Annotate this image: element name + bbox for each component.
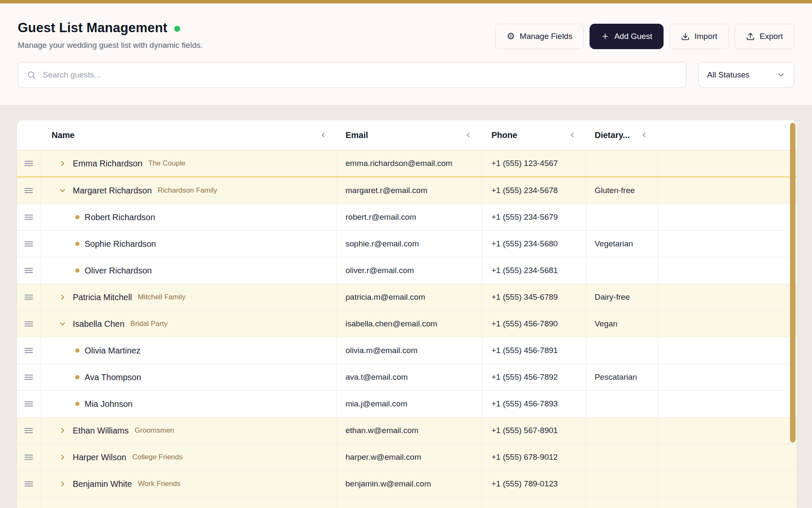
guest-group-label: Groomsmen (134, 426, 174, 435)
dietary-cell: Pescatarian (586, 364, 658, 390)
search-box (18, 62, 686, 88)
scrollbar-thumb[interactable] (790, 123, 796, 442)
expand-row-icon[interactable] (58, 159, 67, 168)
collapse-row-icon[interactable] (58, 186, 67, 195)
collapse-column-icon[interactable] (640, 131, 648, 139)
title-block: Guest List Management Manage your weddin… (18, 20, 203, 50)
spacer-cell (658, 364, 797, 390)
search-input[interactable] (42, 70, 678, 80)
dietary-cell (586, 204, 658, 230)
guest-dietary: Dairy-free (595, 293, 630, 302)
name-cell: Oliver Richardson (41, 257, 337, 284)
drag-handle-icon (24, 347, 33, 354)
dietary-cell (586, 257, 658, 284)
phone-cell: +1 (555) 456-7892 (482, 364, 586, 390)
expand-row-icon[interactable] (58, 480, 67, 488)
download-icon (681, 32, 690, 41)
dietary-cell: Vegan (586, 311, 658, 337)
guest-email: oliver.r@email.com (346, 266, 414, 275)
name-cell: Mia Johnson (41, 391, 337, 417)
guest-name: Patricia Mitchell (73, 293, 132, 302)
add-guest-button[interactable]: Add Guest (590, 24, 664, 49)
page-content: Name Email Phone Dietary... (0, 105, 812, 508)
spacer-cell (658, 231, 797, 257)
table-row: Oliver Richardson oliver.r@email.com +1 … (17, 257, 797, 284)
table-row: Ava Thompson ava.t@email.com +1 (555) 45… (17, 364, 797, 391)
drag-handle[interactable] (17, 497, 41, 508)
email-cell: isabella.chen@email.com (337, 311, 482, 337)
guest-name: Harper Wilson (73, 453, 126, 462)
drag-handle-icon (24, 374, 33, 381)
spacer-cell (658, 257, 797, 284)
email-cell: ava.t@email.com (337, 364, 482, 390)
manage-fields-button[interactable]: ⚙ Manage Fields (495, 24, 584, 49)
drag-handle[interactable] (17, 231, 41, 257)
phone-cell: +1 (555) 123-4567 (482, 150, 586, 177)
collapse-column-icon[interactable] (568, 131, 576, 139)
phone-cell: +1 (555) 456-7891 (482, 337, 586, 364)
drag-handle[interactable] (17, 391, 41, 417)
guest-email: mia.j@email.com (346, 399, 407, 409)
collapse-row-icon[interactable] (58, 320, 67, 328)
column-label: Dietary... (595, 130, 630, 140)
spacer-cell (658, 417, 797, 444)
drag-handle-icon (24, 427, 33, 434)
member-dot-icon (75, 348, 80, 353)
guest-email: emma.richardson@email.com (346, 159, 453, 168)
import-button[interactable]: Import (669, 24, 729, 49)
drag-handle[interactable] (17, 364, 41, 390)
guest-name: Mia Johnson (85, 399, 132, 409)
drag-handle[interactable] (17, 257, 41, 284)
collapse-column-icon[interactable] (319, 131, 327, 139)
drag-handle[interactable] (17, 471, 41, 497)
page-subtitle: Manage your wedding guest list with dyna… (18, 41, 203, 50)
guest-name: Olivia Martinez (85, 346, 140, 356)
page-header: Guest List Management Manage your weddin… (0, 3, 812, 105)
guest-email: sophie.r@email.com (346, 239, 419, 248)
phone-cell: +1 (555) 456-7890 (482, 311, 586, 337)
guest-phone: +1 (555) 789-0123 (491, 479, 558, 489)
email-cell: ethan.w@email.com (337, 417, 482, 444)
guest-phone: +1 (555) 678-9012 (491, 453, 558, 462)
guest-phone: +1 (555) 123-4567 (491, 159, 558, 168)
drag-handle[interactable] (17, 417, 41, 444)
table-header-row: Name Email Phone Dietary... (17, 120, 797, 150)
export-button[interactable]: Export (735, 24, 794, 49)
collapse-column-icon[interactable] (464, 131, 472, 139)
guest-name: Ava Thompson (85, 373, 141, 382)
table-row: Margaret Richardson Richardson Family ma… (17, 177, 797, 204)
add-guest-label: Add Guest (614, 32, 652, 41)
drag-handle[interactable] (17, 204, 41, 230)
drag-handle-icon (24, 267, 33, 274)
drag-handle[interactable] (17, 337, 41, 364)
table-body: Emma Richardson The Couple emma.richards… (17, 150, 797, 508)
guest-phone: +1 (555) 456-7893 (491, 399, 558, 409)
status-filter[interactable]: All Statuses (698, 62, 794, 88)
drag-handle[interactable] (17, 444, 41, 470)
expand-row-icon[interactable] (58, 453, 67, 461)
manage-fields-label: Manage Fields (520, 32, 573, 41)
drag-handle[interactable] (17, 284, 41, 310)
guest-group-label: Mitchell Family (138, 293, 185, 301)
drag-handle[interactable] (17, 311, 41, 337)
table-row: Patricia Mitchell Mitchell Family patric… (17, 284, 797, 311)
guest-email: harper.w@email.com (346, 453, 421, 462)
expand-row-icon[interactable] (58, 293, 67, 301)
expand-row-icon[interactable] (58, 426, 67, 435)
dietary-cell (586, 337, 658, 364)
drag-handle[interactable] (17, 150, 41, 177)
guest-table-card: Name Email Phone Dietary... (17, 120, 797, 508)
table-row: Benjamin White Work Friends benjamin.w@e… (17, 471, 797, 497)
drag-handle[interactable] (17, 177, 41, 204)
email-cell: mia.j@email.com (337, 391, 482, 417)
drag-handle-icon (24, 320, 33, 327)
status-dot (174, 26, 180, 32)
table-row: Isabella Chen Bridal Party isabella.chen… (17, 311, 797, 337)
spacer-cell (658, 471, 797, 497)
plus-icon (601, 32, 609, 41)
guest-name: Sophie Richardson (85, 239, 156, 249)
dietary-cell: Vegetarian (586, 231, 658, 257)
name-cell: Ava Thompson (41, 364, 337, 390)
chevron-down-icon (777, 71, 785, 79)
dietary-cell: Gluten-free (586, 177, 658, 204)
